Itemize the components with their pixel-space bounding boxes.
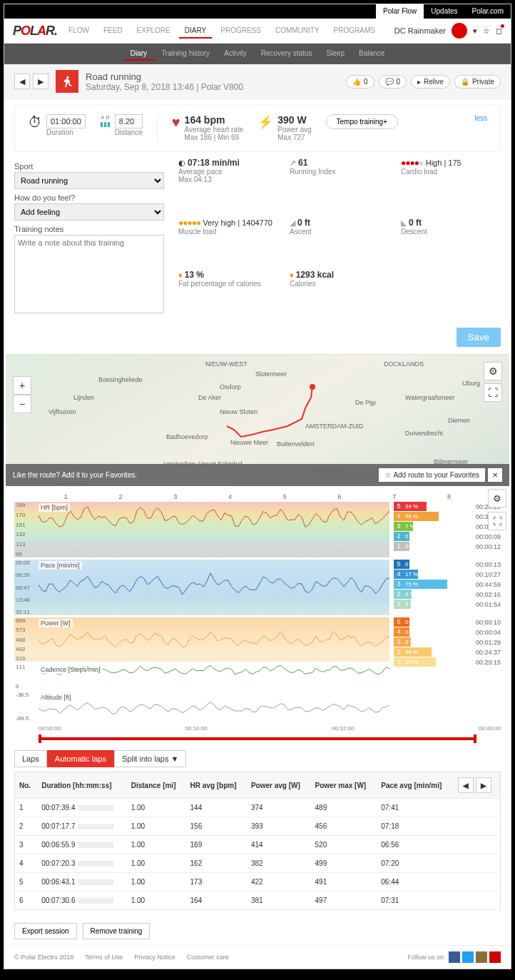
duration-value[interactable]: 01:00:00 bbox=[46, 114, 86, 128]
chart-settings-button[interactable]: ⚙ bbox=[488, 489, 506, 507]
subnav-link[interactable]: Balance bbox=[352, 47, 392, 61]
subnav-link[interactable]: Recovery status bbox=[254, 47, 320, 61]
notification-icon[interactable]: ◻ bbox=[496, 26, 502, 36]
descent-icon: ◣ bbox=[401, 218, 407, 227]
mainnav-link[interactable]: EXPLORE bbox=[131, 24, 176, 39]
export-button[interactable]: Export session bbox=[14, 923, 77, 939]
feel-select[interactable]: Add feeling bbox=[14, 203, 164, 221]
main-header: POLAR. FLOWFEEDEXPLOREDIARYPROGRESSCOMMU… bbox=[4, 19, 511, 44]
prev-session-button[interactable]: ◀ bbox=[14, 74, 30, 89]
fullscreen-button[interactable]: ⛶ bbox=[484, 383, 502, 402]
twitter-icon[interactable] bbox=[462, 951, 474, 963]
mainnav-link[interactable]: PROGRAMS bbox=[328, 24, 381, 39]
youtube-icon[interactable] bbox=[489, 951, 501, 963]
lap-col-header[interactable]: Power avg [W] bbox=[247, 772, 311, 799]
notes-label: Training notes bbox=[14, 225, 164, 233]
lap-tab[interactable]: Laps bbox=[14, 750, 47, 767]
lap-col-header[interactable]: Distance [mi] bbox=[127, 772, 186, 799]
lap-col-header[interactable]: Power max [W] bbox=[311, 772, 377, 799]
comment-button[interactable]: 💬0 bbox=[379, 75, 407, 89]
chart-Power [W][interactable]: 659573488402316Power [W] bbox=[14, 617, 389, 662]
mainnav-link[interactable]: PROGRESS bbox=[215, 24, 267, 39]
avatar[interactable] bbox=[452, 23, 467, 39]
add-favorite-button[interactable]: ☆Add route to your Favorites bbox=[379, 468, 485, 482]
power-value: 390 W bbox=[277, 114, 311, 126]
map-place-label: DOCKLANDS bbox=[384, 360, 424, 368]
lap-col-header[interactable]: HR avg [bpm] bbox=[186, 772, 247, 799]
time-slider[interactable] bbox=[39, 737, 476, 740]
chart-Cadence [Steps/min][interactable]: 1110Cadence [Steps/min] bbox=[14, 664, 389, 689]
lap-prev-button[interactable]: ◀ bbox=[458, 777, 474, 793]
privacy-button[interactable]: 🔒Private bbox=[454, 75, 501, 89]
flame-icon: ♦ bbox=[178, 271, 183, 279]
relive-button[interactable]: ▸Relive bbox=[411, 75, 450, 89]
power-icon: ⚡ bbox=[258, 114, 273, 141]
stopwatch-icon: ⏱ bbox=[28, 114, 42, 136]
session-title-bar: ◀ ▶ Road running Saturday, Sep 8, 2018 1… bbox=[4, 64, 511, 99]
less-link[interactable]: less bbox=[474, 114, 487, 122]
mainnav-link[interactable]: FLOW bbox=[63, 24, 95, 39]
save-button[interactable]: Save bbox=[457, 328, 501, 347]
zone-summary: 50 %00:00:13417 %00:10:27375 %00:44:5924… bbox=[394, 560, 501, 615]
lap-col-header[interactable]: Pace avg [min/mi] bbox=[377, 772, 454, 799]
lap-col-header[interactable]: Duration [hh:mm:ss] bbox=[37, 772, 127, 799]
topbar-link[interactable]: Polar Flow bbox=[376, 4, 424, 19]
chart-Pace [min/mi][interactable]: 05:0506:2608:4713:4832:11Pace [min/mi] bbox=[14, 560, 389, 615]
remove-button[interactable]: Remove training bbox=[83, 923, 151, 939]
lap-row[interactable]: 200:07:17.71.0015639345607:18 bbox=[15, 817, 501, 836]
zoom-in-button[interactable]: + bbox=[13, 376, 31, 395]
topbar-link[interactable]: Polar.com bbox=[465, 4, 511, 19]
favorite-icon[interactable]: ☆ bbox=[483, 26, 490, 36]
chart-Altitude [ft][interactable]: -36.5-69.5Altitude [ft] bbox=[14, 692, 389, 722]
footer-link[interactable]: Terms of Use bbox=[85, 954, 123, 961]
map-place-label: Nieuwe Meer bbox=[230, 439, 268, 446]
mainnav-link[interactable]: COMMUNITY bbox=[270, 24, 325, 39]
next-session-button[interactable]: ▶ bbox=[33, 74, 49, 89]
lap-row[interactable]: 400:07:20.31.0016238249907:20 bbox=[15, 854, 501, 873]
close-banner-button[interactable]: ✕ bbox=[488, 468, 502, 482]
hr-value: 164 bpm bbox=[185, 114, 244, 126]
chart-fullscreen-button[interactable]: ⛶ bbox=[488, 512, 506, 530]
dropdown-icon[interactable]: ▾ bbox=[473, 26, 477, 36]
like-button[interactable]: 👍0 bbox=[346, 75, 374, 89]
map-place-label: NIEUW-WEST bbox=[205, 360, 248, 368]
star-icon: ☆ bbox=[384, 471, 391, 479]
thumbs-up-icon: 👍 bbox=[352, 78, 361, 86]
map-place-label: Osdorp bbox=[220, 383, 241, 390]
zoom-out-button[interactable]: − bbox=[13, 395, 31, 413]
comment-icon: 💬 bbox=[385, 78, 394, 86]
subnav-link[interactable]: Training history bbox=[154, 47, 217, 61]
lap-tab[interactable]: Split into laps ▼ bbox=[114, 750, 186, 767]
zone-summary: 534 %00:20:25458 %00:34:4437 %00:03:5920… bbox=[394, 502, 501, 557]
tempo-training-button[interactable]: Tempo training+ bbox=[326, 114, 398, 129]
lap-row[interactable]: 300:06:55.91.0016941452006:56 bbox=[15, 836, 501, 854]
subnav-link[interactable]: Diary bbox=[123, 47, 154, 61]
route-map[interactable]: + − ⚙ ⛶ Like the route? Add it to your F… bbox=[6, 354, 509, 486]
instagram-icon[interactable] bbox=[476, 951, 487, 963]
subnav-link[interactable]: Sleep bbox=[320, 47, 352, 61]
user-name[interactable]: DC Rainmaker bbox=[394, 26, 446, 35]
lap-row[interactable]: 500:06:43.11.0017342249106:44 bbox=[15, 873, 501, 891]
distance-value[interactable]: 8.20 bbox=[115, 114, 143, 128]
lap-row[interactable]: 600:07:30.61.0016438149707:31 bbox=[15, 891, 501, 910]
mainnav-link[interactable]: DIARY bbox=[179, 24, 212, 39]
footer-link[interactable]: Customer care bbox=[187, 954, 229, 961]
distance-icon: ▮▮▮ bbox=[100, 121, 111, 128]
lap-col-header[interactable]: No. bbox=[15, 772, 38, 799]
lap-next-button[interactable]: ▶ bbox=[476, 777, 491, 793]
notes-textarea[interactable] bbox=[14, 235, 164, 313]
map-settings-button[interactable]: ⚙ bbox=[484, 362, 502, 380]
map-place-label: Bijlmermeer bbox=[434, 458, 468, 465]
chart-HR [bpm][interactable]: 18917015113211395HR [bpm] bbox=[14, 502, 389, 557]
topbar-link[interactable]: Updates bbox=[424, 4, 464, 19]
lap-tab[interactable]: Automatic laps bbox=[47, 750, 114, 767]
sub-nav: DiaryTraining historyActivityRecovery st… bbox=[4, 44, 511, 64]
mainnav-link[interactable]: FEED bbox=[98, 24, 128, 39]
lap-row[interactable]: 100:07:39.41.0014437448907:41 bbox=[15, 799, 501, 817]
subnav-link[interactable]: Activity bbox=[217, 47, 254, 61]
sport-select[interactable]: Road running bbox=[14, 172, 164, 189]
distance-label: Distance bbox=[115, 128, 143, 136]
footer-link[interactable]: Privacy Notice bbox=[134, 954, 175, 961]
facebook-icon[interactable] bbox=[449, 951, 460, 963]
footer: © Polar Electro 2018 Terms of UsePrivacy… bbox=[4, 945, 511, 969]
